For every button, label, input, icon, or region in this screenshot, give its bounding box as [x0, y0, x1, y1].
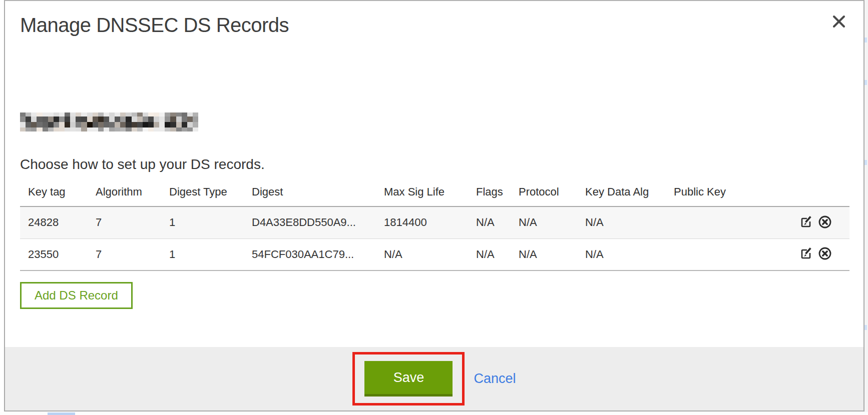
edit-record-button[interactable] — [798, 246, 813, 262]
column-header-flags: Flags — [468, 180, 511, 206]
column-header-digest: Digest — [244, 180, 376, 206]
cell-algorithm: 7 — [88, 206, 161, 238]
column-header-key-tag: Key tag — [20, 180, 88, 206]
edit-record-button[interactable] — [798, 214, 813, 231]
delete-circle-x-icon — [817, 255, 832, 262]
save-button[interactable]: Save — [364, 361, 453, 396]
cell-max-sig-life: 1814400 — [376, 206, 468, 238]
column-header-key-data-alg: Key Data Alg — [577, 180, 666, 206]
cell-digest: 54FCF030AA1C79... — [244, 238, 376, 270]
column-header-digest-type: Digest Type — [161, 180, 244, 206]
cell-max-sig-life: N/A — [376, 238, 468, 270]
cell-public-key — [666, 238, 746, 270]
cell-key-tag: 23550 — [20, 238, 88, 270]
cancel-link[interactable]: Cancel — [474, 371, 516, 386]
column-header-protocol: Protocol — [511, 180, 577, 206]
dnssec-ds-records-modal: Manage DNSSEC DS Records Choose how to s… — [4, 0, 864, 412]
cell-key-tag: 24828 — [20, 206, 88, 238]
cell-digest-type: 1 — [161, 206, 244, 238]
delete-record-button[interactable] — [817, 214, 832, 231]
close-icon — [830, 13, 847, 30]
edit-icon — [798, 255, 813, 262]
background-page-bottom-sliver — [0, 412, 868, 415]
column-header-max-sig-life: Max Sig Life — [376, 180, 468, 206]
cell-digest: D4A33E8DD550A9... — [244, 206, 376, 238]
domain-name-redacted — [20, 112, 198, 132]
cell-public-key — [666, 206, 746, 238]
delete-circle-x-icon — [817, 224, 832, 231]
cell-actions — [746, 238, 849, 270]
save-button-highlight-annotation: Save — [352, 352, 465, 406]
cell-key-data-alg: N/A — [577, 238, 666, 270]
edit-icon — [798, 224, 813, 231]
instruction-text: Choose how to set up your DS records. — [20, 156, 848, 172]
cell-flags: N/A — [468, 206, 511, 238]
column-header-actions — [746, 180, 849, 206]
modal-footer: Save Cancel — [5, 347, 863, 410]
table-header-row: Key tag Algorithm Digest Type Digest Max… — [20, 180, 849, 206]
column-header-public-key: Public Key — [666, 180, 746, 206]
add-ds-record-button[interactable]: Add DS Record — [20, 282, 133, 309]
cell-algorithm: 7 — [88, 238, 161, 270]
cell-protocol: N/A — [511, 206, 577, 238]
cell-flags: N/A — [468, 238, 511, 270]
ds-records-table: Key tag Algorithm Digest Type Digest Max… — [20, 180, 849, 271]
delete-record-button[interactable] — [817, 246, 832, 262]
modal-title: Manage DNSSEC DS Records — [20, 1, 848, 36]
close-button[interactable] — [830, 13, 847, 30]
cell-key-data-alg: N/A — [577, 206, 666, 238]
column-header-algorithm: Algorithm — [88, 180, 161, 206]
cell-actions — [746, 206, 849, 238]
table-row: 24828 7 1 D4A33E8DD550A9... 1814400 N/A … — [20, 206, 849, 238]
cell-protocol: N/A — [511, 238, 577, 270]
table-row: 23550 7 1 54FCF030AA1C79... N/A N/A N/A … — [20, 238, 849, 270]
cell-digest-type: 1 — [161, 238, 244, 270]
